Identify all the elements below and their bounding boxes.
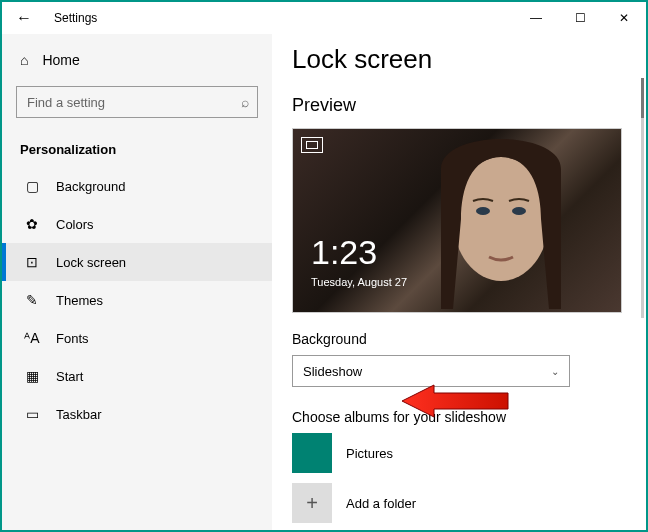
plus-icon: + xyxy=(292,483,332,523)
albums-label: Choose albums for your slideshow xyxy=(292,409,626,425)
sidebar-item-fonts[interactable]: ᴬAFonts xyxy=(2,319,272,357)
sidebar-item-colors[interactable]: ✿Colors xyxy=(2,205,272,243)
slideshow-badge-icon xyxy=(301,137,323,153)
search-icon: ⌕ xyxy=(241,94,249,110)
sidebar-item-start[interactable]: ▦Start xyxy=(2,357,272,395)
back-button[interactable]: ← xyxy=(16,9,40,27)
page-title: Lock screen xyxy=(292,44,626,75)
titlebar: ← Settings — ☐ ✕ xyxy=(2,2,646,34)
themes-icon: ✎ xyxy=(24,292,40,308)
home-icon: ⌂ xyxy=(20,52,28,68)
search-placeholder: Find a setting xyxy=(27,95,105,110)
content-area: Lock screen Preview 1:23 Tuesday, August… xyxy=(272,34,646,530)
sidebar-item-lockscreen[interactable]: ⊡Lock screen xyxy=(2,243,272,281)
dropdown-value: Slideshow xyxy=(303,364,362,379)
preview-label: Preview xyxy=(292,95,626,116)
section-header: Personalization xyxy=(2,128,272,167)
lockscreen-preview: 1:23 Tuesday, August 27 xyxy=(292,128,622,313)
palette-icon: ✿ xyxy=(24,216,40,232)
svg-point-2 xyxy=(512,207,526,215)
minimize-button[interactable]: — xyxy=(514,3,558,33)
sidebar-item-background[interactable]: ▢Background xyxy=(2,167,272,205)
scrollbar[interactable] xyxy=(641,78,644,318)
background-label: Background xyxy=(292,331,626,347)
taskbar-icon: ▭ xyxy=(24,406,40,422)
search-input[interactable]: Find a setting ⌕ xyxy=(16,86,258,118)
album-pictures[interactable]: Pictures xyxy=(292,433,626,473)
start-icon: ▦ xyxy=(24,368,40,384)
lockscreen-icon: ⊡ xyxy=(24,254,40,270)
window-title: Settings xyxy=(54,11,97,25)
sidebar-item-taskbar[interactable]: ▭Taskbar xyxy=(2,395,272,433)
home-label: Home xyxy=(42,52,79,68)
svg-point-1 xyxy=(476,207,490,215)
chevron-down-icon: ⌄ xyxy=(551,366,559,377)
preview-time: 1:23 xyxy=(311,233,377,272)
add-folder-button[interactable]: + Add a folder xyxy=(292,483,626,523)
maximize-button[interactable]: ☐ xyxy=(558,3,602,33)
window-controls: — ☐ ✕ xyxy=(514,3,646,33)
face-silhouette xyxy=(431,139,571,309)
home-link[interactable]: ⌂ Home xyxy=(2,44,272,76)
pictures-tile xyxy=(292,433,332,473)
picture-icon: ▢ xyxy=(24,178,40,194)
background-dropdown[interactable]: Slideshow ⌄ xyxy=(292,355,570,387)
close-button[interactable]: ✕ xyxy=(602,3,646,33)
sidebar-item-themes[interactable]: ✎Themes xyxy=(2,281,272,319)
preview-date: Tuesday, August 27 xyxy=(311,276,407,288)
sidebar: ⌂ Home Find a setting ⌕ Personalization … xyxy=(2,34,272,530)
fonts-icon: ᴬA xyxy=(24,330,40,346)
